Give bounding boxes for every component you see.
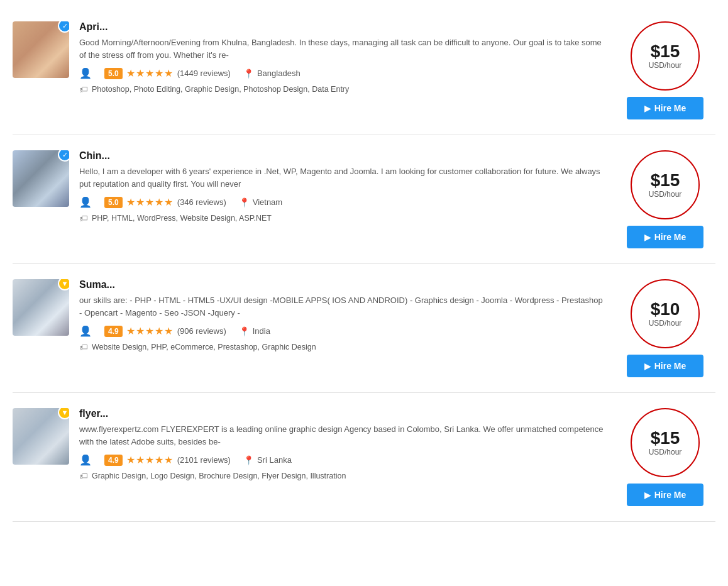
tag-icon: 🏷 (79, 213, 88, 223)
price-action: $15 USD/hour ▶ Hire Me (615, 150, 715, 248)
tags-row: 🏷 Website Design, PHP, eCommerce, Presta… (79, 342, 605, 352)
tags-text: Website Design, PHP, eCommerce, Prestash… (92, 343, 316, 351)
rating-badge: 5.0 (104, 197, 123, 208)
price-action: $15 USD/hour ▶ Hire Me (615, 21, 715, 119)
hire-arrow-icon: ▶ (644, 104, 651, 113)
price-amount: $15 (651, 171, 680, 191)
freelancer-card: ✓ Chin... Hello, I am a developer with 6… (13, 135, 715, 264)
freelancer-name: Suma... (79, 279, 605, 290)
hire-btn-label: Hire Me (654, 103, 687, 113)
tag-icon: 🏷 (79, 342, 88, 352)
price-unit: USD/hour (649, 190, 682, 199)
price-action: $10 USD/hour ▶ Hire Me (615, 279, 715, 377)
location-block: 📍 Bangladesh (243, 69, 301, 79)
location-block: 📍 Sri Lanka (243, 455, 292, 465)
user-icon: 👤 (79, 67, 92, 79)
rating-block: 5.0 ★★★★★ (346 reviews) (104, 196, 226, 208)
freelancer-list: ✓ Apri... Good Morning/Afternoon/Evening… (13, 6, 715, 522)
location-text: Vietnam (253, 197, 282, 207)
tags-text: Photoshop, Photo Editing, Graphic Design… (92, 85, 349, 94)
freelancer-info: Apri... Good Morning/Afternoon/Evening f… (79, 21, 605, 94)
meta-row: 👤 5.0 ★★★★★ (346 reviews) 📍 Vietnam (79, 196, 605, 208)
meta-row: 👤 5.0 ★★★★★ (1449 reviews) 📍 Bangladesh (79, 67, 605, 79)
freelancer-description: Good Morning/Afternoon/Evening from Khul… (79, 36, 605, 61)
freelancer-card: ✓ Apri... Good Morning/Afternoon/Evening… (13, 6, 715, 135)
location-icon: 📍 (243, 455, 254, 465)
user-icon: 👤 (79, 454, 92, 466)
freelancer-description: our skills are: - PHP - HTML - HTML5 -UX… (79, 294, 605, 319)
price-amount: $10 (651, 300, 680, 319)
location-text: Sri Lanka (257, 455, 292, 465)
freelancer-info: flyer... www.flyerexpertz.com FLYEREXPER… (79, 408, 605, 481)
tags-row: 🏷 PHP, HTML, WordPress, Website Design, … (79, 213, 605, 223)
location-text: Bangladesh (257, 69, 301, 78)
price-action: $15 USD/hour ▶ Hire Me (615, 408, 715, 506)
tags-text: PHP, HTML, WordPress, Website Design, AS… (92, 214, 272, 223)
user-icon: 👤 (79, 196, 92, 208)
price-circle: $15 USD/hour (631, 21, 700, 91)
stars: ★★★★★ (126, 67, 174, 79)
tag-icon: 🏷 (79, 471, 88, 481)
stars: ★★★★★ (126, 196, 174, 208)
location-icon: 📍 (243, 69, 254, 79)
rating-block: 4.9 ★★★★★ (906 reviews) (104, 325, 226, 337)
rating-badge: 4.9 (104, 455, 123, 466)
review-count: (2101 reviews) (177, 455, 231, 465)
hire-arrow-icon: ▶ (644, 490, 651, 500)
rating-block: 4.9 ★★★★★ (2101 reviews) (104, 454, 231, 466)
freelancer-name: Apri... (79, 21, 605, 33)
hire-btn-label: Hire Me (654, 232, 687, 242)
tags-row: 🏷 Graphic Design, Logo Design, Brochure … (79, 471, 605, 481)
freelancer-description: www.flyerexpertz.com FLYEREXPERT is a le… (79, 423, 605, 448)
rating-badge: 4.9 (104, 326, 123, 337)
price-unit: USD/hour (649, 319, 682, 328)
price-unit: USD/hour (649, 61, 682, 70)
tags-row: 🏷 Photoshop, Photo Editing, Graphic Desi… (79, 84, 605, 94)
hire-me-button[interactable]: ▶ Hire Me (627, 355, 704, 377)
location-icon: 📍 (239, 197, 250, 207)
freelancer-info: Suma... our skills are: - PHP - HTML - H… (79, 279, 605, 352)
freelancer-name: flyer... (79, 408, 605, 419)
tag-icon: 🏷 (79, 84, 88, 94)
rating-block: 5.0 ★★★★★ (1449 reviews) (104, 67, 231, 79)
avatar: ✓ (13, 150, 69, 207)
hire-me-button[interactable]: ▶ Hire Me (627, 97, 704, 119)
hire-arrow-icon: ▶ (644, 233, 651, 242)
location-icon: 📍 (239, 326, 250, 336)
price-amount: $15 (651, 429, 680, 448)
user-icon: 👤 (79, 325, 92, 337)
hire-me-button[interactable]: ▶ Hire Me (627, 484, 704, 506)
stars: ★★★★★ (126, 325, 174, 337)
freelancer-description: Hello, I am a developer with 6 years' ex… (79, 165, 605, 190)
freelancer-name: Chin... (79, 150, 605, 162)
stars: ★★★★★ (126, 454, 174, 466)
avatar: ▼ (13, 279, 69, 336)
freelancer-card: ▼ Suma... our skills are: - PHP - HTML -… (13, 264, 715, 393)
freelancer-card: ▼ flyer... www.flyerexpertz.com FLYEREXP… (13, 393, 715, 522)
price-circle: $10 USD/hour (631, 279, 700, 348)
price-unit: USD/hour (649, 448, 682, 456)
location-text: India (253, 326, 270, 336)
hire-btn-label: Hire Me (654, 361, 687, 371)
hire-arrow-icon: ▶ (644, 362, 651, 371)
rating-badge: 5.0 (104, 68, 123, 79)
hire-btn-label: Hire Me (654, 490, 687, 500)
location-block: 📍 Vietnam (239, 197, 282, 207)
avatar: ▼ (13, 408, 69, 465)
hire-me-button[interactable]: ▶ Hire Me (627, 226, 704, 248)
price-amount: $15 (651, 42, 680, 62)
meta-row: 👤 4.9 ★★★★★ (2101 reviews) 📍 Sri Lanka (79, 454, 605, 466)
review-count: (906 reviews) (177, 326, 226, 336)
review-count: (346 reviews) (177, 197, 226, 207)
freelancer-info: Chin... Hello, I am a developer with 6 y… (79, 150, 605, 223)
tags-text: Graphic Design, Logo Design, Brochure De… (92, 472, 346, 480)
avatar: ✓ (13, 21, 69, 78)
review-count: (1449 reviews) (177, 69, 231, 78)
price-circle: $15 USD/hour (631, 150, 700, 219)
meta-row: 👤 4.9 ★★★★★ (906 reviews) 📍 India (79, 325, 605, 337)
location-block: 📍 India (239, 326, 270, 336)
price-circle: $15 USD/hour (631, 408, 700, 477)
